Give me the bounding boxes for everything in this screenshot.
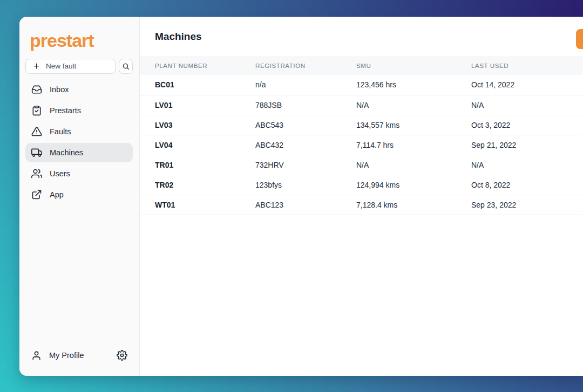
- machines-table: PLANT NUMBER REGISTRATION SMU LAST USED …: [140, 56, 583, 215]
- users-icon: [31, 168, 42, 179]
- column-header-last-used: LAST USED: [456, 56, 583, 75]
- search-button[interactable]: [119, 59, 133, 74]
- sidebar-item-machines[interactable]: Machines: [25, 143, 133, 162]
- cell-last-used: N/A: [456, 155, 583, 175]
- app-logo: prestart: [30, 30, 133, 52]
- cell-smu: N/A: [341, 95, 456, 115]
- inbox-icon: [31, 84, 42, 95]
- sidebar-nav: Inbox Prestarts Faults Machines: [25, 80, 133, 204]
- table-row[interactable]: BC01 n/a 123,456 hrs Oct 14, 2022: [140, 75, 583, 95]
- sidebar-actions: New fault: [25, 59, 133, 74]
- cell-plant-number: LV01: [140, 95, 240, 115]
- cell-plant-number: LV04: [140, 135, 240, 155]
- cell-registration: 123bfys: [240, 175, 341, 195]
- cell-registration: ABC123: [240, 195, 341, 215]
- table-row[interactable]: TR01 732HRV N/A N/A: [140, 155, 583, 175]
- cell-last-used: Sep 23, 2022: [456, 195, 583, 215]
- new-fault-button[interactable]: New fault: [25, 59, 116, 74]
- cell-registration: ABC432: [240, 135, 341, 155]
- sidebar-item-label: Inbox: [50, 85, 69, 94]
- user-icon: [31, 350, 42, 361]
- sidebar-footer: My Profile: [25, 346, 133, 365]
- cell-last-used: Oct 14, 2022: [456, 75, 583, 95]
- table-row[interactable]: WT01 ABC123 7,128.4 kms Sep 23, 2022: [140, 195, 583, 215]
- sidebar-item-label: Users: [50, 169, 70, 178]
- gear-icon[interactable]: [117, 350, 127, 361]
- sidebar-item-users[interactable]: Users: [25, 164, 133, 183]
- page-title: Machines: [155, 31, 202, 43]
- search-icon: [122, 63, 130, 70]
- sidebar-item-inbox[interactable]: Inbox: [25, 80, 133, 99]
- new-fault-label: New fault: [46, 62, 76, 70]
- cell-plant-number: LV03: [140, 115, 240, 135]
- cell-plant-number: TR02: [140, 175, 240, 195]
- cell-registration: 788JSB: [240, 95, 341, 115]
- cell-registration: ABC543: [240, 115, 341, 135]
- cell-plant-number: TR01: [140, 155, 240, 175]
- table-row[interactable]: LV04 ABC432 7,114.7 hrs Sep 21, 2022: [140, 135, 583, 155]
- add-machine-button[interactable]: [576, 29, 583, 49]
- main-header: Machines: [140, 17, 583, 56]
- app-window: prestart New fault Inbox: [19, 17, 583, 376]
- cell-plant-number: WT01: [140, 195, 240, 215]
- sidebar-item-label: Machines: [50, 148, 83, 157]
- cell-registration: 732HRV: [240, 155, 341, 175]
- external-link-icon: [31, 189, 42, 200]
- my-profile-link[interactable]: My Profile: [49, 351, 84, 360]
- sidebar-item-app[interactable]: App: [25, 185, 133, 204]
- clipboard-check-icon: [31, 105, 42, 116]
- cell-last-used: N/A: [456, 95, 583, 115]
- truck-icon: [31, 147, 42, 158]
- sidebar: prestart New fault Inbox: [19, 17, 140, 376]
- cell-registration: n/a: [240, 75, 341, 95]
- column-header-smu: SMU: [341, 56, 456, 75]
- sidebar-item-label: Prestarts: [50, 106, 81, 115]
- cell-last-used: Oct 8, 2022: [456, 175, 583, 195]
- cell-last-used: Sep 21, 2022: [456, 135, 583, 155]
- page-background: { "app": { "logo_text": "prestart", "acc…: [0, 0, 583, 392]
- sidebar-item-prestarts[interactable]: Prestarts: [25, 101, 133, 120]
- sidebar-item-label: Faults: [50, 127, 71, 136]
- cell-smu: 7,128.4 kms: [341, 195, 456, 215]
- warning-triangle-icon: [31, 126, 42, 137]
- cell-smu: 7,114.7 hrs: [341, 135, 456, 155]
- column-header-plant-number: PLANT NUMBER: [140, 56, 240, 75]
- main-content: Machines PLANT NUMBER REGISTRATION SMU L…: [140, 17, 583, 376]
- table-header-row: PLANT NUMBER REGISTRATION SMU LAST USED: [140, 56, 583, 75]
- cell-plant-number: BC01: [140, 75, 240, 95]
- sidebar-item-faults[interactable]: Faults: [25, 122, 133, 141]
- column-header-registration: REGISTRATION: [240, 56, 341, 75]
- table-row[interactable]: TR02 123bfys 124,994 kms Oct 8, 2022: [140, 175, 583, 195]
- cell-smu: 123,456 hrs: [341, 75, 456, 95]
- cell-smu: N/A: [341, 155, 456, 175]
- cell-smu: 124,994 kms: [341, 175, 456, 195]
- table-row[interactable]: LV01 788JSB N/A N/A: [140, 95, 583, 115]
- cell-smu: 134,557 kms: [341, 115, 456, 135]
- sidebar-item-label: App: [50, 190, 64, 199]
- table-row[interactable]: LV03 ABC543 134,557 kms Oct 3, 2022: [140, 115, 583, 135]
- plus-icon: [32, 62, 40, 70]
- cell-last-used: Oct 3, 2022: [456, 115, 583, 135]
